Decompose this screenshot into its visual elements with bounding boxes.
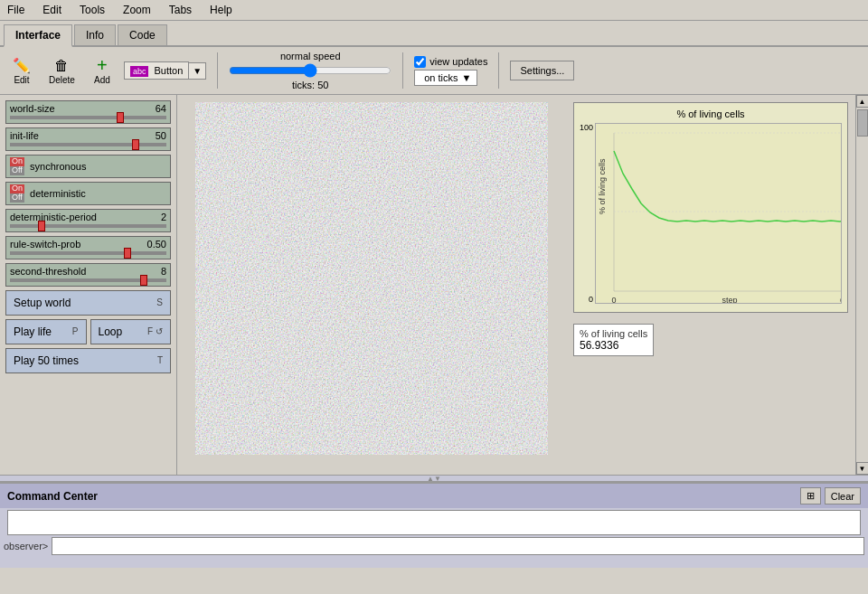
scroll-thumb[interactable]: [857, 109, 868, 137]
setup-world-label: Setup world: [14, 297, 71, 309]
world-size-value: 64: [156, 103, 166, 114]
play-life-label: Play life: [14, 325, 52, 338]
chart-title: % of living cells: [580, 108, 842, 119]
menu-zoom[interactable]: Zoom: [119, 2, 155, 18]
view-updates-row: view updates: [414, 56, 487, 68]
right-scrollbar: ▲ ▼: [855, 95, 868, 475]
rule-switch-thumb[interactable]: [124, 248, 131, 259]
play-life-button[interactable]: Play life P: [5, 319, 87, 344]
value-display-label: % of living cells: [580, 328, 647, 339]
svg-text:step: step: [722, 296, 738, 304]
init-life-control: init-life 50: [5, 127, 171, 151]
button-dropdown: abc Button ▼: [124, 61, 206, 80]
toolbar-sep-2: [402, 52, 403, 89]
observer-row: observer>: [0, 535, 868, 557]
right-panel: % of living cells 100 0 % of living cell…: [566, 95, 855, 475]
world-size-thumb[interactable]: [117, 112, 124, 123]
speed-label: normal speed: [280, 51, 341, 61]
command-center-buttons: ⊞ Clear: [800, 487, 861, 504]
det-period-value: 2: [161, 212, 166, 222]
det-off-label: Off: [10, 193, 24, 203]
synchronous-label: synchronous: [30, 161, 86, 172]
menu-bar: File Edit Tools Zoom Tabs Help: [0, 0, 868, 21]
synchronous-onoff: On Off: [10, 157, 24, 175]
toolbar-sep-3: [498, 52, 499, 89]
det-period-thumb[interactable]: [38, 221, 45, 231]
scroll-up-arrow[interactable]: ▲: [856, 95, 869, 108]
svg-text:% of living cells: % of living cells: [598, 158, 607, 214]
loop-key: F ↺: [147, 326, 163, 336]
chart-container: % of living cells 100 0 % of living cell…: [573, 102, 848, 313]
delete-button[interactable]: 🗑 Delete: [43, 55, 80, 87]
menu-help[interactable]: Help: [206, 2, 236, 18]
init-life-thumb[interactable]: [132, 139, 139, 150]
command-center: Command Center ⊞ Clear observer>: [0, 482, 868, 568]
synchronous-control[interactable]: On Off synchronous: [5, 155, 171, 178]
svg-text:0: 0: [612, 296, 617, 304]
toolbar: ✏️ Edit 🗑 Delete + Add abc Button ▼ norm…: [0, 47, 868, 95]
add-icon: +: [93, 57, 111, 75]
setup-world-key: S: [156, 297, 163, 307]
deterministic-control[interactable]: On Off deterministic: [5, 182, 171, 205]
resize-handle[interactable]: ▲▼: [0, 475, 868, 482]
init-life-value: 50: [156, 130, 166, 141]
ticks-label: ticks: 50: [292, 80, 328, 90]
clear-button[interactable]: Clear: [825, 487, 861, 504]
rule-switch-control: rule-switch-prob 0.50: [5, 236, 171, 259]
chart-y-min: 0: [580, 295, 593, 304]
button-type-btn[interactable]: abc Button: [124, 61, 189, 80]
loop-button[interactable]: Loop F ↺: [90, 319, 172, 344]
toolbar-sep-1: [217, 52, 218, 89]
det-period-track[interactable]: [10, 224, 166, 228]
observer-input[interactable]: [52, 537, 864, 555]
edit-icon: ✏️: [13, 57, 31, 75]
command-output: [7, 510, 861, 535]
add-label: Add: [94, 75, 110, 85]
sim-svg: // We'll generate a pattern via inline s…: [195, 102, 548, 455]
tab-interface[interactable]: Interface: [4, 24, 72, 47]
simulation-area: // We'll generate a pattern via inline s…: [177, 95, 566, 475]
checkbox-area: view updates on ticks ▼: [414, 56, 487, 86]
add-button[interactable]: + Add: [88, 55, 117, 87]
det-period-control: deterministic-period 2: [5, 209, 171, 232]
world-size-track[interactable]: [10, 116, 166, 119]
delete-icon: 🗑: [52, 57, 71, 75]
second-threshold-thumb[interactable]: [140, 275, 147, 286]
tab-info[interactable]: Info: [74, 24, 116, 45]
second-threshold-track[interactable]: [10, 278, 166, 282]
settings-button[interactable]: Settings...: [510, 61, 574, 80]
on-ticks-row: on ticks ▼: [414, 70, 487, 86]
play-loop-row: Play life P Loop F ↺: [5, 319, 171, 344]
sim-canvas: // We'll generate a pattern via inline s…: [195, 102, 548, 455]
on-ticks-arrow: ▼: [462, 72, 472, 83]
menu-tabs[interactable]: Tabs: [165, 2, 195, 18]
value-display-number: 56.9336: [580, 339, 647, 352]
play50-button[interactable]: Play 50 times T: [5, 348, 171, 373]
command-center-title: Command Center: [7, 490, 98, 503]
menu-edit[interactable]: Edit: [39, 2, 65, 18]
init-life-track[interactable]: [10, 143, 166, 146]
sync-off-label: Off: [10, 166, 24, 175]
scroll-down-arrow[interactable]: ▼: [856, 462, 869, 475]
on-ticks-label: on ticks: [424, 72, 458, 83]
tab-code[interactable]: Code: [118, 24, 167, 45]
rule-switch-track[interactable]: [10, 251, 166, 255]
delete-label: Delete: [49, 75, 75, 85]
setup-world-button[interactable]: Setup world S: [5, 290, 171, 316]
chart-y-max: 100: [580, 123, 593, 132]
value-display-area: % of living cells 56.9336: [573, 324, 848, 356]
command-input-area: [0, 508, 868, 535]
maximize-button[interactable]: ⊞: [800, 487, 821, 504]
second-threshold-control: second-threshold 8: [5, 263, 171, 287]
edit-button[interactable]: ✏️ Edit: [7, 55, 36, 87]
menu-tools[interactable]: Tools: [76, 2, 108, 18]
second-threshold-label: second-threshold: [10, 266, 86, 277]
button-type-arrow[interactable]: ▼: [189, 62, 206, 80]
view-updates-label: view updates: [429, 56, 487, 67]
view-updates-checkbox[interactable]: [414, 56, 426, 68]
speed-slider[interactable]: [229, 63, 392, 78]
on-ticks-dropdown[interactable]: on ticks ▼: [414, 70, 477, 86]
edit-label: Edit: [14, 75, 29, 85]
menu-file[interactable]: File: [4, 2, 28, 18]
world-size-control: world-size 64: [5, 100, 171, 124]
